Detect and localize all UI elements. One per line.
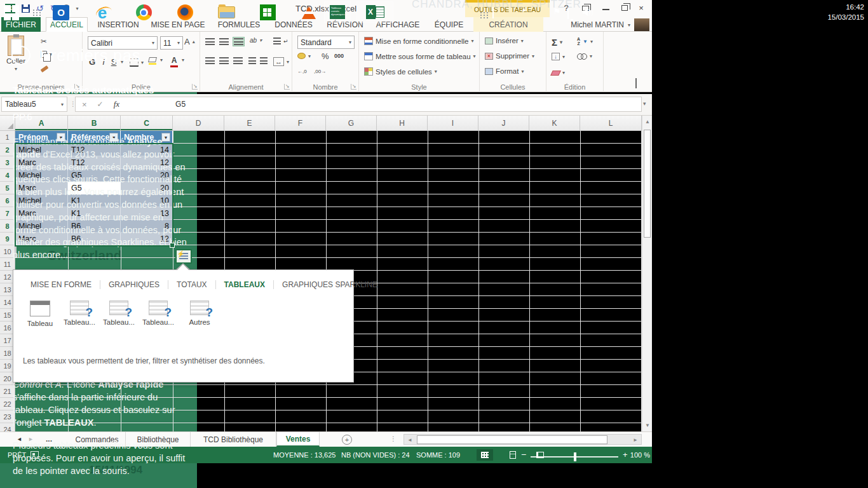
orientation-button[interactable]: ab▾ (250, 37, 262, 44)
find-select-button[interactable]: ▾ (577, 53, 592, 59)
insert-function-icon[interactable]: fx (114, 99, 119, 109)
number-format-select[interactable]: Standard ▾ (297, 36, 355, 49)
view-page-layout-button[interactable] (505, 449, 521, 461)
vertical-scroll-thumb[interactable] (644, 130, 651, 238)
font-color-button[interactable]: A (170, 56, 178, 67)
increase-indent-button[interactable] (260, 57, 268, 64)
conditional-formatting-button[interactable]: Mise en forme conditionnelle▾ (364, 37, 473, 45)
minimize-button[interactable] (602, 9, 609, 10)
taskbar-clock[interactable]: 16:42 15/03/2015 (827, 2, 864, 22)
qa-tab-graphiques[interactable]: GRAPHIQUES (100, 280, 168, 289)
font-color-caret[interactable]: ▾ (182, 57, 184, 63)
font-dialog-launcher[interactable]: ↘ (192, 84, 198, 90)
vlc-button[interactable] (300, 4, 318, 21)
qa-item-pivot-1[interactable]: ? Tableau... (60, 301, 98, 326)
column-header-G[interactable]: G (326, 116, 377, 130)
new-sheet-button[interactable]: + (342, 435, 352, 445)
formula-expand-icon[interactable]: ▾ (643, 100, 646, 107)
delete-cells-button[interactable]: ×Supprimer▾ (485, 52, 534, 60)
align-middle-button[interactable] (219, 38, 229, 45)
align-top-button[interactable] (205, 38, 215, 45)
column-header-F[interactable]: F (275, 116, 326, 130)
start-button[interactable] (3, 4, 20, 21)
file-explorer-button[interactable] (217, 4, 235, 21)
qa-item-tableau[interactable]: Tableau (21, 301, 59, 327)
formula-input[interactable]: × ✓ fx G5 (75, 97, 642, 112)
close-button[interactable]: × (634, 3, 648, 13)
network-icon[interactable] (567, 8, 569, 18)
cancel-icon[interactable]: × (82, 100, 87, 109)
format-as-table-button[interactable]: Mettre sous forme de tableau▾ (364, 52, 476, 60)
sort-filter-button[interactable]: AZ▼▾ (577, 37, 593, 46)
sheetbar-grip-icon[interactable]: ⋮ (390, 435, 397, 442)
zoom-in-button[interactable]: + (623, 450, 628, 459)
clear-button[interactable]: ▾ (552, 70, 565, 76)
decrease-indent-button[interactable] (248, 57, 256, 64)
column-header-B[interactable]: B (68, 116, 121, 130)
zoom-out-button[interactable]: − (521, 449, 526, 459)
hscroll-left-icon[interactable]: ◄ (407, 437, 412, 443)
qa-tab-mise-en-forme[interactable]: MISE EN FORME (22, 280, 100, 289)
cut-button[interactable]: ✂ (41, 37, 47, 46)
insert-cells-button[interactable]: Insérer▾ (485, 37, 524, 44)
alignment-dialog-launcher[interactable]: ↘ (284, 84, 290, 90)
cell-styles-button[interactable]: Styles de cellules▾ (364, 67, 437, 76)
align-bottom-button[interactable] (233, 37, 244, 46)
view-normal-button[interactable] (477, 449, 493, 461)
tab-equipe[interactable]: ÉQUIPE (430, 17, 468, 32)
tray-expand-icon[interactable]: ▲ (521, 6, 527, 13)
column-header-J[interactable]: J (478, 116, 529, 130)
column-header-I[interactable]: I (428, 116, 478, 130)
wrap-text-button[interactable]: ↵ (273, 37, 288, 44)
increase-decimal-button[interactable]: ,00→ (314, 69, 326, 74)
number-dialog-launcher[interactable]: ↘ (351, 84, 356, 90)
volume-icon[interactable]: )) (583, 8, 593, 16)
format-cells-button[interactable]: Format▾ (485, 67, 524, 75)
increase-font-button[interactable]: A▴ (184, 37, 195, 46)
column-header-C[interactable]: C (121, 116, 173, 130)
horizontal-scroll-thumb[interactable] (417, 435, 607, 444)
restore-button[interactable] (621, 5, 628, 11)
qa-item-autres[interactable]: ? Autres (180, 301, 219, 326)
qa-item-pivot-3[interactable]: ? Tableau... (139, 301, 177, 326)
font-size-select[interactable]: 11 ▾ (160, 36, 183, 50)
fill-color-caret[interactable]: ▾ (160, 57, 163, 63)
merge-center-button[interactable]: ↔▾ (273, 57, 289, 66)
qa-item-pivot-2[interactable]: ? Tableau... (100, 301, 138, 326)
sheet-tab-tcd-bibliotheque[interactable]: TCD Bibliothèque (191, 432, 276, 447)
zoom-slider-thumb[interactable] (574, 452, 576, 461)
back-button[interactable]: ← (11, 46, 31, 65)
name-box[interactable]: Tableau5 ▾ (1, 97, 67, 112)
enter-icon[interactable]: ✓ (97, 100, 104, 109)
windows-store-button[interactable] (259, 4, 276, 21)
fill-button[interactable]: ↓▾ (552, 53, 565, 60)
column-header-E[interactable]: E (224, 116, 275, 130)
user-account[interactable]: Michel MARTIN ▾ (571, 18, 649, 31)
scroll-up-icon[interactable]: ▲ (642, 119, 653, 125)
qa-tab-totaux[interactable]: TOTAUX (168, 280, 215, 289)
fill-handle[interactable] (170, 243, 175, 248)
chrome-button[interactable] (135, 4, 153, 21)
thousands-button[interactable]: 000 (334, 53, 344, 59)
hscroll-right-icon[interactable]: ► (633, 437, 638, 443)
column-header-L[interactable]: L (580, 116, 642, 130)
qa-tab-sparkline[interactable]: GRAPHIQUES SPARKLINE (274, 280, 386, 289)
fill-color-button[interactable] (149, 57, 156, 65)
align-right-button[interactable] (233, 57, 243, 64)
column-header-K[interactable]: K (529, 116, 580, 130)
align-center-button[interactable] (219, 57, 229, 64)
internet-explorer-button[interactable]: e (93, 4, 111, 21)
scroll-down-icon[interactable]: ▼ (642, 423, 653, 428)
excel-taskbar-button[interactable]: X (356, 1, 393, 23)
zoom-level[interactable]: 100 % (630, 451, 650, 459)
avatar[interactable] (634, 18, 649, 31)
running-app-button[interactable]: Tableaux croisés dynamiques (324, 1, 351, 23)
column-header-D[interactable]: D (173, 116, 224, 130)
autosum-button[interactable]: Σ▾ (552, 37, 562, 48)
touch-keyboard-icon[interactable] (492, 8, 494, 18)
align-left-button[interactable] (205, 57, 215, 64)
collapse-ribbon-button[interactable] (635, 79, 637, 88)
decrease-decimal-button[interactable]: ←,0 (297, 69, 307, 74)
horizontal-scrollbar[interactable]: ◄ ► (403, 434, 642, 445)
sheet-tab-ventes[interactable]: Ventes (276, 432, 320, 447)
